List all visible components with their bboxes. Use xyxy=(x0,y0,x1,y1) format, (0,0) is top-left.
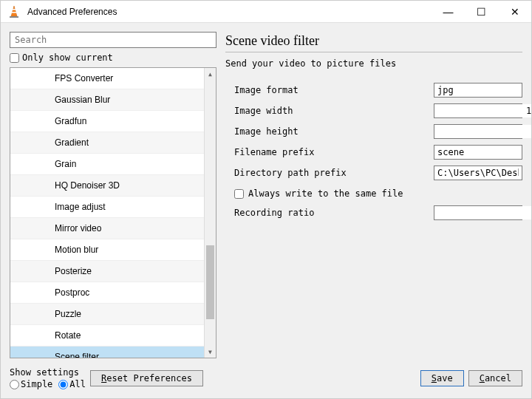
panel-title: Scene video filter xyxy=(225,33,522,52)
input-filename-prefix[interactable] xyxy=(434,145,522,160)
content-area: Only show current FPS ConverterGaussian … xyxy=(1,23,531,361)
only-show-current-input[interactable] xyxy=(10,53,19,63)
save-button[interactable]: Save xyxy=(420,370,464,386)
radio-all[interactable]: All xyxy=(58,379,86,389)
only-show-current-label: Only show current xyxy=(22,52,113,63)
row-filename-prefix: Filename prefix xyxy=(225,143,522,162)
footer: Show settings Simple All Reset Preferenc… xyxy=(1,361,531,398)
advanced-preferences-window: Advanced Preferences — ☐ ✕ Only show cur… xyxy=(0,0,532,399)
spinner-image-width[interactable]: ▲ ▼ xyxy=(434,103,522,118)
show-settings-group: Show settings Simple All xyxy=(10,367,86,389)
scroll-up-icon[interactable]: ▲ xyxy=(205,68,216,80)
list-item[interactable]: Image adjust xyxy=(10,197,204,218)
list-item[interactable]: FPS Converter xyxy=(10,68,204,89)
right-panel: Scene video filter Send your video to pi… xyxy=(225,32,522,358)
maximize-button[interactable]: ☐ xyxy=(465,1,498,23)
scroll-down-icon[interactable]: ▼ xyxy=(205,346,216,358)
panel-subtitle: Send your video to picture files xyxy=(225,58,522,69)
input-directory-path[interactable] xyxy=(434,166,522,180)
row-directory-path: Directory path prefix xyxy=(225,163,522,183)
row-always-same-file: Always write to the same file xyxy=(225,184,522,203)
svg-rect-2 xyxy=(12,12,17,13)
svg-rect-1 xyxy=(13,9,16,10)
cancel-button[interactable]: Cancel xyxy=(468,370,522,386)
list-item[interactable]: Gradient xyxy=(10,132,204,154)
list-item[interactable]: Puzzle xyxy=(10,304,204,325)
scrollbar[interactable]: ▲ ▼ xyxy=(204,68,216,358)
window-title: Advanced Preferences xyxy=(27,7,432,17)
svg-rect-3 xyxy=(10,16,18,18)
list-item[interactable]: Posterize xyxy=(10,261,204,282)
row-image-format: Image format xyxy=(225,81,522,100)
only-show-current-checkbox[interactable]: Only show current xyxy=(10,52,216,63)
left-panel: Only show current FPS ConverterGaussian … xyxy=(10,32,216,358)
search-input[interactable] xyxy=(10,32,216,48)
list-item[interactable]: Motion blur xyxy=(10,239,204,261)
titlebar: Advanced Preferences — ☐ ✕ xyxy=(1,1,531,23)
reset-preferences-button[interactable]: Reset Preferences xyxy=(90,370,203,386)
filter-list-inner: FPS ConverterGaussian BlurGradfunGradien… xyxy=(10,68,204,358)
vlc-cone-icon xyxy=(7,4,21,19)
input-image-height[interactable] xyxy=(434,125,531,138)
row-image-height: Image height ▲ ▼ xyxy=(225,122,522,141)
label-image-format: Image format xyxy=(225,85,434,95)
list-item[interactable]: Rotate xyxy=(10,325,204,347)
show-settings-label: Show settings xyxy=(10,367,86,378)
label-image-width: Image width xyxy=(225,106,434,116)
filter-list: FPS ConverterGaussian BlurGradfunGradien… xyxy=(10,67,216,358)
scroll-thumb[interactable] xyxy=(206,245,214,319)
row-image-width: Image width ▲ ▼ xyxy=(225,101,522,120)
label-image-height: Image height xyxy=(225,126,434,137)
minimize-button[interactable]: — xyxy=(432,1,465,23)
checkbox-always-same-file[interactable] xyxy=(234,189,244,199)
list-item[interactable]: Grain xyxy=(10,154,204,175)
list-item[interactable]: Gradfun xyxy=(10,111,204,132)
list-item[interactable]: Scene filter xyxy=(10,347,204,358)
close-button[interactable]: ✕ xyxy=(498,1,531,23)
spinner-image-height[interactable]: ▲ ▼ xyxy=(434,124,522,139)
input-image-width[interactable] xyxy=(434,104,531,117)
list-item[interactable]: HQ Denoiser 3D xyxy=(10,175,204,197)
input-recording-ratio[interactable] xyxy=(434,206,531,219)
list-item[interactable]: Gaussian Blur xyxy=(10,89,204,111)
radio-simple[interactable]: Simple xyxy=(10,379,52,389)
spinner-recording-ratio[interactable]: ▲ ▼ xyxy=(434,205,522,220)
svg-marker-0 xyxy=(11,6,17,16)
list-item[interactable]: Postproc xyxy=(10,282,204,304)
label-always-same-file: Always write to the same file xyxy=(248,188,403,199)
input-image-format[interactable] xyxy=(434,83,522,98)
row-recording-ratio: Recording ratio ▲ ▼ xyxy=(225,203,522,222)
label-directory-path: Directory path prefix xyxy=(225,168,434,178)
list-item[interactable]: Mirror video xyxy=(10,218,204,239)
label-recording-ratio: Recording ratio xyxy=(225,208,434,218)
label-filename-prefix: Filename prefix xyxy=(225,147,434,157)
